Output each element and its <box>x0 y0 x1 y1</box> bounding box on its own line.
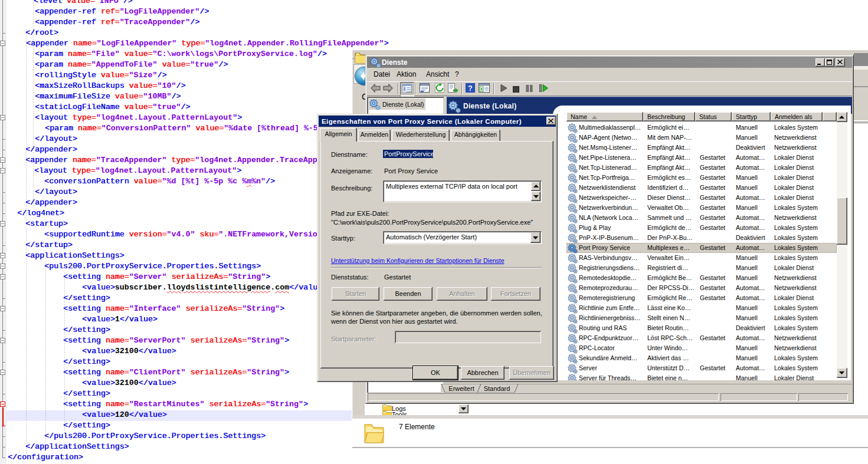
svg-text:Standard: Standard <box>484 385 510 392</box>
svg-text:Erweitert: Erweitert <box>448 385 474 392</box>
svg-text:?: ? <box>468 84 472 93</box>
